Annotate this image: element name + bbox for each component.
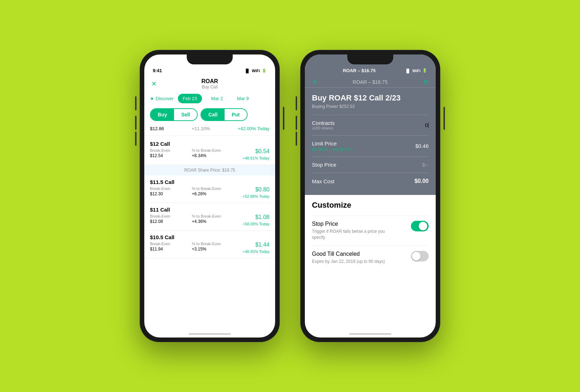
price-change: +11.10%	[192, 126, 210, 131]
contracts-label-group: Contracts x100 shares	[312, 120, 335, 130]
date-tab-mar2[interactable]: Mar 2	[206, 94, 228, 103]
notch-2	[347, 54, 393, 64]
option-item-12call[interactable]: $12 Call Break-Even $12.54 % to Break-Ev…	[144, 137, 275, 165]
status-bar-title: ROAR – $16.75	[353, 79, 388, 85]
option-details-105call: Break-Even $11.94 % to Break-Even +3.15%…	[150, 242, 269, 254]
date-tabs: ★ Discover Feb 23 Mar 2 Mar 9	[144, 91, 275, 106]
option-price-12call: $0.54 +48.61% Today	[243, 148, 269, 161]
order-title: Buy ROAR $12 Call 2/23	[312, 93, 429, 103]
option-details-11call: Break-Even $12.08 % to Break-Even +4.36%…	[150, 214, 269, 227]
cursor	[428, 122, 429, 128]
today-change: +42.00% Today	[238, 126, 269, 131]
buying-power: Buying Power $252.53	[312, 104, 429, 109]
gtc-toggle[interactable]	[411, 251, 429, 261]
bid-ask: Bid $0.51 · Ask $0.54 ▾	[312, 147, 353, 151]
status-icons-2: ▐▌ WiFi 🔋	[405, 68, 427, 73]
phone-2: ROAR – $16.75 ▐▌ WiFi 🔋 ✕ ROAR – $16.75 …	[301, 50, 440, 342]
close-button-1[interactable]: ✕	[151, 80, 157, 88]
action-buttons: Buy Sell Call Put	[144, 106, 275, 123]
gtc-toggle-slider	[411, 251, 429, 261]
pct-label-12call: % to Break-Even	[192, 148, 221, 152]
home-indicator-2	[349, 333, 392, 335]
battery-icon: 🔋	[262, 68, 267, 73]
option-item-105call[interactable]: $10.5 Call Break-Even $11.94 % to Break-…	[144, 231, 275, 258]
contracts-label: Contracts	[312, 120, 335, 126]
max-cost-row: Max Cost $0.00	[312, 173, 429, 189]
bid-value: Bid $0.51	[312, 147, 328, 151]
option-item-11call[interactable]: $11 Call Break-Even $12.08 % to Break-Ev…	[144, 203, 275, 231]
customize-gtc-name: Good Till Canceled	[312, 251, 385, 257]
max-cost-value: $0.00	[414, 178, 429, 184]
buy-button[interactable]: Buy	[151, 109, 174, 120]
gear-button[interactable]: ⚙	[423, 78, 429, 86]
customize-stop-price-name: Stop Price	[312, 221, 397, 227]
customize-section: Customize Stop Price Trigger if ROAR fal…	[305, 195, 436, 275]
option-item-115call[interactable]: $11.5 Call Break-Even $12.30 % to Break-…	[144, 175, 275, 203]
divider-1	[144, 136, 275, 136]
breakeven-label-12call: Break-Even	[150, 148, 170, 152]
header-subtitle-1: Buy Call	[201, 85, 218, 90]
limit-price-row[interactable]: Limit Price Bid $0.51 · Ask $0.54 ▾ $0.4…	[312, 135, 429, 156]
limit-price-label-group: Limit Price Bid $0.51 · Ask $0.54 ▾	[312, 140, 353, 151]
stop-price-toggle-slider	[411, 221, 429, 231]
date-tab-mar9[interactable]: Mar 9	[232, 94, 254, 103]
order-body: Buy ROAR $12 Call 2/23 Buying Power $252…	[305, 88, 436, 195]
date-tab-feb23[interactable]: Feb 23	[178, 94, 202, 103]
header-title-2: ROAR – $16.75	[343, 68, 376, 73]
home-indicator-1	[188, 333, 231, 335]
wifi-icon: WiFi	[252, 69, 260, 73]
phone-1: 9:41 ▐▌ WiFi 🔋 ✕ ROAR Buy Call ★	[140, 50, 279, 342]
signal-icon: ▐▌	[244, 69, 250, 73]
contracts-sublabel: x100 shares	[312, 126, 335, 130]
stop-price-row[interactable]: Stop Price $--	[312, 156, 429, 173]
close-button-2[interactable]: ✕	[312, 78, 317, 86]
option-name-105call: $10.5 Call	[150, 234, 269, 240]
discover-tab[interactable]: ★ Discover	[150, 96, 174, 101]
customize-stop-price-desc: Trigger if ROAR falls below a price you …	[312, 229, 397, 241]
current-price: $12.86	[150, 126, 164, 131]
today-pct-12call: +48.61% Today	[243, 156, 269, 160]
contracts-row[interactable]: Contracts x100 shares 0	[312, 115, 429, 135]
option-left-12call: Break-Even $12.54	[150, 148, 170, 158]
option-left-115call: Break-Even $12.30	[150, 186, 170, 196]
stop-price-label: Stop Price	[312, 162, 336, 168]
price-row: $12.86 +11.10% +42.00% Today	[144, 123, 275, 134]
signal-icon-2: ▐▌	[405, 69, 411, 73]
status-time-1: 9:41	[153, 68, 162, 73]
share-price-banner: ROAR Share Price: $16.75	[144, 165, 275, 175]
phone2-header: ✕ ROAR – $16.75 ⚙	[305, 75, 436, 88]
phone1-header: ✕ ROAR Buy Call	[144, 75, 275, 91]
main-price-12call: $0.54	[243, 148, 269, 155]
buy-sell-group: Buy Sell	[150, 108, 198, 121]
header-title-1: ROAR Buy Call	[201, 78, 218, 90]
option-name-12call: $12 Call	[150, 141, 269, 147]
call-put-group: Call Put	[201, 108, 247, 121]
status-icons-1: ▐▌ WiFi 🔋	[244, 68, 267, 73]
breakeven-value-12call: $12.54	[150, 153, 170, 158]
limit-price-value: $0.46	[415, 143, 429, 149]
wifi-icon-2: WiFi	[412, 69, 420, 73]
stop-price-toggle[interactable]	[411, 221, 429, 231]
customize-gtc-desc: Expire by Jan 22, 2019 (up to 90 days)	[312, 259, 385, 265]
discover-label: Discover	[156, 96, 174, 101]
ticker-1: ROAR	[201, 78, 218, 85]
option-details-12call: Break-Even $12.54 % to Break-Even +8.34%…	[150, 148, 269, 161]
call-button[interactable]: Call	[201, 109, 225, 120]
notch	[187, 54, 233, 64]
limit-price-label: Limit Price	[312, 140, 353, 146]
put-button[interactable]: Put	[225, 109, 247, 120]
stop-price-value: $--	[422, 162, 429, 168]
star-icon: ★	[150, 96, 154, 101]
chevron-down-icon: ▾	[351, 148, 353, 151]
max-cost-label: Max Cost	[312, 178, 334, 184]
battery-icon-2: 🔋	[422, 68, 427, 73]
option-pct-12call: % to Break-Even +8.34%	[192, 148, 221, 158]
option-name-11call: $11 Call	[150, 207, 269, 213]
sell-button[interactable]: Sell	[174, 109, 197, 120]
contracts-value[interactable]: 0	[425, 122, 429, 128]
option-name-115call: $11.5 Call	[150, 179, 269, 185]
customize-gtc-row: Good Till Canceled Expire by Jan 22, 201…	[312, 246, 429, 270]
customize-stop-price-row: Stop Price Trigger if ROAR falls below a…	[312, 215, 429, 246]
customize-title: Customize	[312, 201, 429, 210]
option-details-115call: Break-Even $12.30 % to Break-Even +6.26%…	[150, 186, 269, 199]
